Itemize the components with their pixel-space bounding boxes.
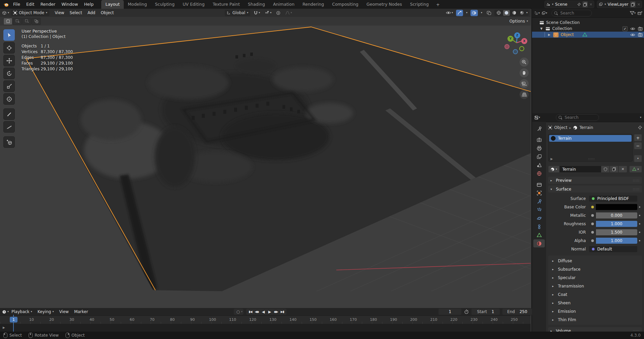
breadcrumb-material[interactable]: Terrain [579, 125, 593, 130]
pan-button[interactable] [520, 68, 529, 77]
material-slot-list[interactable]: Terrain ▶ ::::: [548, 134, 633, 162]
workspace-tab[interactable]: Layout [101, 0, 124, 9]
material-name-field[interactable]: Terrain [560, 166, 601, 173]
scene-selector[interactable]: ▾ Scene ✕ [544, 1, 594, 8]
outliner-object-row[interactable]: │ ▶ Object [532, 32, 644, 38]
menu-item[interactable]: Select [67, 10, 85, 15]
surface-shader-field[interactable]: Principled BSDF [589, 196, 637, 202]
use-preview-range-button[interactable] [464, 309, 469, 315]
gizmo-x-neg-axis[interactable] [504, 44, 509, 49]
outliner-search-input[interactable] [560, 10, 589, 16]
collapsed-panel-header[interactable]: ▸Transmission [548, 282, 642, 290]
outliner-scene-collection-row[interactable]: Scene Collection [532, 20, 644, 26]
tab-particles-icon[interactable] [533, 206, 545, 214]
workspace-tab[interactable]: Texture Paint [209, 0, 244, 9]
xray-toggle[interactable] [485, 10, 493, 16]
float-socket[interactable] [589, 229, 596, 235]
fake-user-button[interactable] [601, 166, 610, 173]
hide-eye-icon[interactable] [630, 33, 635, 37]
menu-item[interactable]: File [10, 0, 23, 9]
float-socket[interactable] [589, 238, 596, 244]
annotate-tool[interactable] [3, 108, 15, 120]
auto-keying-record-button[interactable]: ○ [235, 309, 241, 314]
tab-output-icon[interactable] [533, 144, 545, 152]
view-layer-selector[interactable]: ▾ ViewLayer ✕ [597, 1, 642, 8]
gizmo-x-axis[interactable]: X [521, 38, 527, 44]
tab-render-icon[interactable] [533, 136, 545, 144]
menu-item[interactable]: View [52, 10, 67, 15]
collapsed-panel-header[interactable]: ▸Specular [548, 273, 642, 282]
roughness-slider[interactable]: 1.000 [596, 221, 637, 227]
next-keyframe-button[interactable]: ◆▶ [273, 310, 279, 313]
metallic-slider[interactable]: 0.000 [596, 212, 637, 218]
shading-dropdown[interactable]: ▾ [526, 11, 528, 14]
transform-tool[interactable] [3, 93, 15, 105]
properties-options-dropdown[interactable]: ▾ [640, 116, 641, 119]
select-mode-extend-button[interactable] [13, 18, 22, 25]
timeline-tracks[interactable]: ▶ [0, 324, 531, 332]
collapsed-panel-header[interactable]: ▸Diffuse [548, 257, 642, 265]
new-scene-button[interactable] [582, 1, 588, 7]
tab-modifiers-icon[interactable] [533, 197, 545, 205]
volume-panel-header[interactable]: ▸ Volume ::::: [548, 327, 642, 332]
node-tree-dropdown[interactable]: ▾ [629, 166, 642, 173]
ior-slider[interactable]: 1.500 [596, 229, 637, 235]
shading-solid-button[interactable] [503, 10, 510, 16]
animate-dot[interactable] [637, 240, 642, 241]
animate-dot[interactable] [637, 206, 642, 208]
prev-keyframe-button[interactable]: ◀◆ [254, 310, 260, 313]
timeline-editor-type-button[interactable]: ▾ [2, 309, 9, 315]
hide-eye-icon[interactable] [630, 27, 635, 31]
add-cube-tool[interactable] [3, 136, 15, 148]
visibility-dropdown[interactable]: ▾ [445, 10, 454, 16]
scale-tool[interactable] [3, 80, 15, 92]
animate-dot[interactable] [637, 215, 642, 216]
animate-dot[interactable] [637, 232, 642, 233]
slot-list-resize-grip[interactable]: ::::: [588, 157, 595, 161]
scene-name[interactable]: Scene [555, 2, 575, 7]
menu-item[interactable]: Window [59, 0, 81, 9]
material-slot-selected[interactable]: Terrain [549, 135, 632, 142]
end-frame-field[interactable]: End 250 [502, 308, 532, 315]
shading-material-button[interactable] [511, 10, 518, 16]
jump-to-end-button[interactable]: ▶▮ [279, 310, 286, 313]
workspace-tab[interactable]: Compositing [328, 0, 362, 9]
snap-toggle[interactable]: ▾ [252, 10, 261, 16]
overlays-toggle[interactable] [470, 10, 478, 16]
rotate-tool[interactable] [3, 68, 15, 79]
select-mode-set-button[interactable] [3, 18, 12, 25]
pin-icon[interactable] [638, 126, 642, 130]
add-workspace-button[interactable]: + [433, 2, 443, 7]
slot-list-expand-icon[interactable]: ▶ [551, 157, 553, 161]
animate-dot[interactable] [637, 223, 642, 225]
current-frame-field[interactable]: 1 [438, 308, 462, 315]
transform-orientation-dropdown[interactable]: Global ▾ [225, 10, 250, 16]
workspace-tab[interactable]: Scripting [406, 0, 433, 9]
timeline-ruler[interactable]: 1020304050607080901001101201301401501601… [0, 316, 531, 324]
exclude-checkbox[interactable]: ✓ [622, 26, 628, 31]
proportional-editing-toggle[interactable] [275, 10, 282, 16]
normal-field[interactable]: Default [589, 246, 637, 252]
chevron-down-icon[interactable]: ▼ [539, 27, 543, 30]
outliner-search[interactable] [552, 10, 592, 16]
gizmo-y-axis[interactable]: Y [507, 36, 514, 42]
gizmo-z-axis[interactable]: Z [514, 32, 520, 38]
base-color-swatch[interactable] [596, 204, 637, 210]
current-frame-badge[interactable]: 1 [10, 317, 17, 323]
remove-view-layer-button[interactable]: ✕ [637, 3, 640, 6]
move-tool[interactable] [3, 55, 15, 66]
properties-editor-type-button[interactable]: ▾ [534, 114, 540, 121]
slot-specials-dropdown[interactable]: ▾ [634, 155, 642, 162]
cursor-tool[interactable] [3, 42, 15, 54]
select-mode-subtract-button[interactable] [22, 18, 31, 25]
gizmo-z-neg-axis[interactable] [513, 49, 518, 54]
collapsed-panel-header[interactable]: ▸Subsurface [548, 265, 642, 273]
properties-search-input[interactable] [564, 115, 596, 120]
outliner-filter-id-dropdown[interactable]: ▾ [541, 10, 547, 16]
proportional-falloff-dropdown[interactable]: ▾ [284, 10, 293, 16]
gizmos-dropdown[interactable]: ▾ [465, 10, 469, 16]
keying-menu[interactable]: Keying▾ [35, 309, 56, 314]
breadcrumb-object[interactable]: Object [554, 125, 567, 130]
start-frame-field[interactable]: Start 1 [471, 308, 500, 315]
3d-scene[interactable] [0, 26, 531, 308]
